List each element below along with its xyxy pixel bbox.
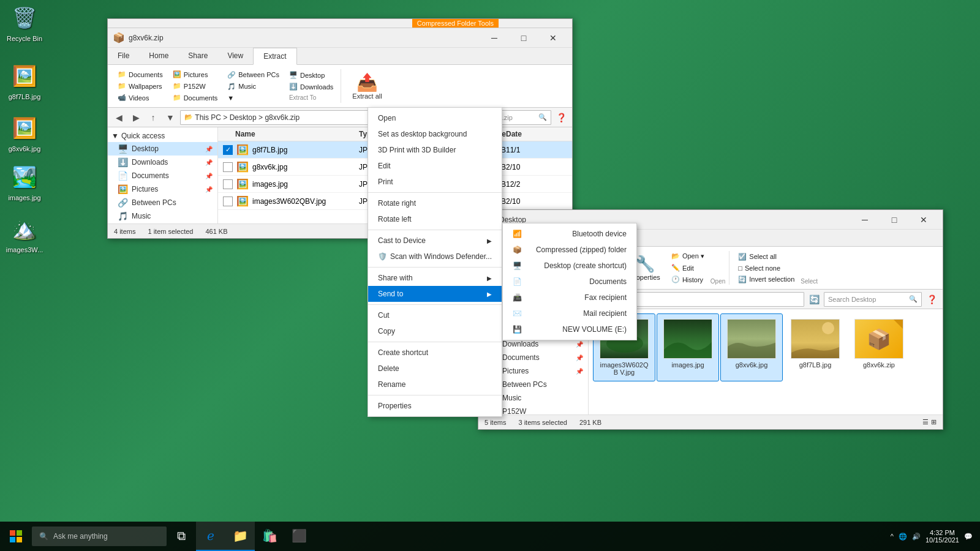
file-checkbox-3[interactable] [223, 197, 233, 206]
open-button[interactable]: 📂 Open ▾ [668, 251, 708, 261]
zip-tab-extract[interactable]: Extract [253, 48, 296, 65]
zip-nav-between[interactable]: 🔗 Between PCs [108, 196, 217, 209]
notifications-icon[interactable]: 💬 [964, 533, 973, 541]
ctx-delete[interactable]: Delete [368, 361, 502, 377]
ctx-rename[interactable]: Rename [368, 377, 502, 392]
ctx-send-to[interactable]: Send to ▶ [368, 286, 502, 302]
name-col-header[interactable]: Name [235, 130, 359, 138]
zip-extract-all-button[interactable]: 📤 Extract all [346, 70, 388, 102]
sub-fax[interactable]: 📠 Fax recipient [503, 290, 636, 305]
sub-bluetooth[interactable]: 📶 Bluetooth device [503, 226, 636, 242]
sub-desktop-shortcut[interactable]: 🖥️ Desktop (create shortcut) [503, 258, 636, 274]
zip-music-btn[interactable]: 🎵 Music [224, 81, 260, 92]
zip-downloads-btn[interactable]: ⬇️ Downloads [285, 81, 337, 92]
zip-minimize-button[interactable]: ─ [480, 28, 508, 48]
ctx-cut[interactable]: Cut [368, 307, 502, 323]
zip-tab-home[interactable]: Home [139, 48, 178, 64]
compressed-folder-tools-tab[interactable]: Compressed Folder Tools [412, 19, 499, 28]
desktop-maximize-button[interactable]: □ [880, 210, 908, 230]
desktop-refresh-button[interactable]: 🔄 [807, 292, 821, 307]
ctx-edit[interactable]: Edit [368, 158, 502, 174]
desktop-window-controls: ─ □ ✕ [851, 210, 938, 230]
thumb-item-1[interactable]: images.jpg [657, 314, 718, 381]
volume-tray-icon[interactable]: 🔊 [912, 533, 921, 541]
zip-more-btn[interactable]: ▼ [224, 93, 238, 103]
zip-docs-btn[interactable]: 📁 Documents [114, 69, 167, 80]
zip-p152w-btn[interactable]: 📁 P152W [169, 81, 209, 91]
desktop-minimize-button[interactable]: ─ [851, 210, 879, 230]
ctx-cast[interactable]: Cast to Device ▶ [368, 233, 502, 249]
ctx-print[interactable]: Print [368, 174, 502, 190]
taskbar-clock[interactable]: 4:32 PM 10/15/2021 [925, 529, 959, 544]
zip-nav-music[interactable]: 🎵 Music [108, 209, 217, 223]
taskbar-search[interactable]: 🔍 Ask me anything [32, 527, 167, 546]
chevron-up-icon[interactable]: ^ [891, 533, 894, 540]
sub-mail[interactable]: ✉️ Mail recipient [503, 305, 636, 321]
thumb-item-3[interactable]: g8f7LB.jpg [785, 314, 846, 381]
thumb-item-4[interactable]: 📦 g8xv6k.zip [848, 314, 910, 381]
zip-help-button[interactable]: ❓ [554, 110, 568, 125]
sub-documents[interactable]: 📄 Documents [503, 274, 636, 290]
list-view-button[interactable]: ☰ [922, 418, 929, 426]
zip-wallpapers-btn[interactable]: 📁 Wallpapers [114, 81, 166, 91]
desktop-icon-recycle-bin[interactable]: 🗑️ Recycle Bin [3, 3, 46, 42]
file-checkbox-2[interactable] [223, 179, 233, 189]
ctx-open[interactable]: Open [368, 110, 502, 126]
taskbar-edge[interactable]: ℯ [196, 522, 225, 551]
desktop-help-button[interactable]: ❓ [924, 292, 939, 307]
edit-button[interactable]: ✏️ Edit [668, 263, 708, 273]
zip-videos-btn[interactable]: 📹 Videos [114, 92, 153, 103]
file-checkbox-1[interactable] [223, 162, 233, 172]
ctx-set-bg[interactable]: Set as desktop background [368, 126, 502, 142]
zip-nav-desktop[interactable]: 🖥️ Desktop 📌 [108, 142, 217, 156]
desktop-icon-images[interactable]: 🏞️ images.jpg [3, 162, 46, 201]
zip-close-button[interactable]: ✕ [539, 28, 567, 48]
desktop-search-box[interactable]: Search Desktop 🔍 [824, 292, 922, 307]
desktop-close-button[interactable]: ✕ [910, 210, 938, 230]
network-icon[interactable]: 🌐 [899, 533, 907, 541]
ctx-copy[interactable]: Copy [368, 323, 502, 339]
zip-forward-button[interactable]: ▶ [129, 110, 143, 125]
zip-docs2-btn[interactable]: 📁 Documents [169, 92, 222, 103]
filename-0: g8f7LB.jpg [252, 146, 359, 154]
desktop-icon-g8f7lb[interactable]: 🖼️ g8f7LB.jpg [3, 61, 46, 100]
ctx-rotate-right[interactable]: Rotate right [368, 195, 502, 211]
thumb-item-2[interactable]: g8xv6k.jpg [721, 314, 782, 381]
invert-selection-button[interactable]: 🔄 Invert selection [734, 274, 798, 285]
file-checkbox-0[interactable]: ✓ [223, 145, 233, 155]
zip-tab-view[interactable]: View [217, 48, 253, 64]
zip-between-btn[interactable]: 🔗 Between PCs [224, 70, 283, 80]
zip-recent-button[interactable]: ▼ [163, 110, 178, 125]
ctx-properties[interactable]: Properties [368, 398, 502, 414]
history-button[interactable]: 🕐 History [668, 274, 708, 285]
sub-zip[interactable]: 📦 Compressed (zipped) folder [503, 242, 636, 258]
taskbar-terminal[interactable]: ⬛ [284, 522, 314, 551]
zip-tab-share[interactable]: Share [178, 48, 217, 64]
zip-nav-downloads[interactable]: ⬇️ Downloads 📌 [108, 156, 217, 169]
select-none-button[interactable]: □ Select none [734, 263, 798, 273]
taskbar-store[interactable]: 🛍️ [255, 522, 284, 551]
zip-pics-btn[interactable]: 🖼️ Pictures [169, 69, 212, 80]
zip-maximize-button[interactable]: □ [510, 28, 538, 48]
zip-back-button[interactable]: ◀ [111, 110, 126, 125]
desktop-icon-images3w[interactable]: 🏔️ images3W... [3, 214, 46, 253]
zip-tab-file[interactable]: File [108, 48, 139, 64]
ctx-share[interactable]: Share with ▶ [368, 270, 502, 286]
sub-new-volume[interactable]: 💾 NEW VOLUME (E:) [503, 321, 636, 337]
ctx-scan[interactable]: 🛡️ Scan with Windows Defender... [368, 249, 502, 264]
start-button[interactable] [0, 522, 32, 551]
taskbar-file-explorer[interactable]: 📁 [225, 522, 255, 551]
select-all-button[interactable]: ☑️ Select all [734, 252, 798, 262]
ctx-rotate-left[interactable]: Rotate left [368, 211, 502, 227]
taskbar-multitasking[interactable]: ⧉ [167, 522, 196, 551]
desktop-icon-g8xv6k[interactable]: 🖼️ g8xv6k.jpg [3, 113, 46, 152]
ctx-3d-print[interactable]: 3D Print with 3D Builder [368, 142, 502, 158]
zip-desktop-btn[interactable]: 🖥️ Desktop [285, 70, 328, 80]
zip-nav-documents[interactable]: 📄 Documents 📌 [108, 169, 217, 182]
grid-view-button[interactable]: ⊞ [931, 418, 937, 426]
zip-up-button[interactable]: ↑ [146, 110, 160, 125]
ctx-create-shortcut[interactable]: Create shortcut [368, 345, 502, 361]
zip-nav-pictures[interactable]: 🖼️ Pictures 📌 [108, 182, 217, 196]
zip-quick-access-header[interactable]: ▼ Quick access [108, 130, 217, 142]
date-col-header[interactable]: Date [506, 130, 567, 138]
